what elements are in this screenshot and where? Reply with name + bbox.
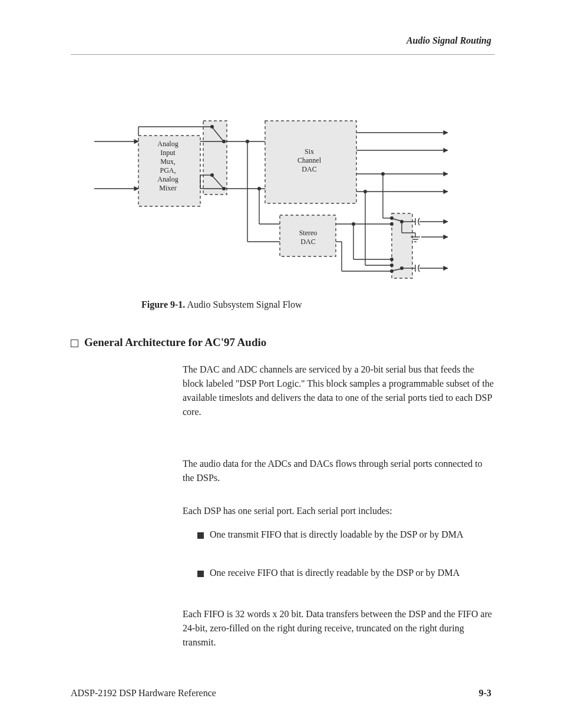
svg-point-42 (390, 222, 394, 226)
svg-point-46 (390, 263, 394, 267)
figure-caption: Figure 9-1. Audio Subsystem Signal Flow (141, 298, 302, 312)
bullet-2: One receive FIFO that is directly readab… (197, 566, 495, 580)
svg-rect-0 (203, 121, 227, 195)
page-number: 9-3 (479, 688, 491, 699)
section-p3: Each DSP has one serial port. Each seria… (183, 504, 495, 518)
section-p2: The audio data for the ADCs and DACs flo… (183, 457, 495, 485)
svg-point-41 (390, 216, 394, 220)
figure-caption-text: Audio Subsystem Signal Flow (187, 299, 302, 309)
section-intro: The DAC and ADC channels are serviced by… (183, 363, 495, 419)
bullet-1: One transmit FIFO that is directly loada… (197, 528, 495, 542)
square-bullet-icon (71, 340, 78, 347)
section-p4: Each FIFO is 32 words x 20 bit. Data tra… (183, 607, 495, 650)
page: Audio Signal Routing .wire { stroke:#333… (0, 0, 562, 728)
svg-point-45 (390, 258, 394, 261)
section-title-text: General Architecture for AC'97 Audio (84, 336, 266, 348)
bullet-icon (197, 532, 204, 539)
label-mux-block: AnalogInputMux,PGA,AnalogMixer (141, 140, 194, 193)
bullet-2-text: One receive FIFO that is directly readab… (210, 568, 459, 578)
figure-diagram: .wire { stroke:#333; stroke-width:1.4; f… (71, 106, 495, 301)
footer-left: ADSP-2192 DSP Hardware Reference (71, 688, 216, 699)
figure-number: Figure 9-1. (141, 299, 185, 309)
label-dac2: StereoDAC (285, 229, 332, 246)
header-rule (71, 54, 495, 55)
running-head: Audio Signal Routing (406, 35, 491, 46)
section-title: General Architecture for AC'97 Audio (71, 336, 266, 349)
svg-point-47 (390, 269, 394, 273)
bullet-1-text: One transmit FIFO that is directly loada… (210, 529, 463, 539)
label-dac1: SixChannelDAC (271, 147, 348, 174)
bullet-icon (197, 571, 204, 577)
